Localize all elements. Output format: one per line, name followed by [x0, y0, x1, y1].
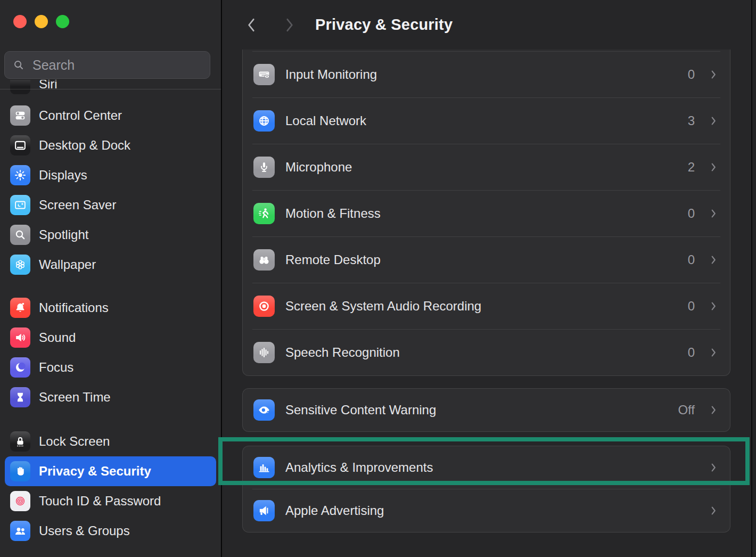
sidebar-item-privacy-security[interactable]: Privacy & Security	[5, 456, 216, 486]
megaphone-icon	[253, 500, 275, 521]
back-button[interactable]	[241, 13, 262, 37]
speaker-icon	[10, 327, 30, 348]
sidebar-group: Lock Screen Privacy & Security Touch ID …	[5, 427, 216, 546]
search-icon	[12, 59, 25, 71]
sun-icon	[10, 165, 30, 185]
sidebar-item-label: Desktop & Dock	[39, 138, 130, 153]
sidebar-group: Notifications Sound Focus Screen Time	[5, 293, 216, 412]
search-field[interactable]	[4, 51, 210, 79]
eye-warning-icon	[253, 399, 275, 421]
search-input[interactable]	[31, 57, 202, 73]
sidebar-item-touch-id-password[interactable]: Touch ID & Password	[5, 486, 216, 516]
settings-row-value: 0	[688, 345, 695, 360]
main-pane: Privacy & Security Input Monitoring0 Loc…	[222, 0, 756, 557]
screen-saver-icon	[10, 195, 30, 215]
microphone-icon	[253, 157, 275, 178]
runner-icon	[253, 203, 275, 224]
sidebar-item-focus[interactable]: Focus	[5, 353, 216, 382]
sidebar-item-label: Spotlight	[39, 227, 88, 242]
sidebar: Siri Control Center Desktop & Dock Displ…	[0, 0, 222, 557]
settings-row-label: Input Monitoring	[285, 67, 677, 82]
keyboard-icon	[253, 64, 275, 85]
zoom-button[interactable]	[56, 15, 69, 28]
sidebar-item-label: Users & Groups	[39, 523, 130, 538]
settings-row-value: 0	[688, 67, 695, 82]
magnifier-icon	[10, 225, 30, 245]
chevron-right-icon	[708, 115, 719, 127]
sidebar-scroll-divider	[0, 89, 221, 89]
desktop-dock-icon	[10, 135, 30, 155]
settings-row-local-network[interactable]: Local Network3	[243, 98, 730, 144]
settings-row-speech-recognition[interactable]: Speech Recognition0	[243, 330, 730, 375]
sidebar-group: Control Center Desktop & Dock Displays S…	[5, 101, 216, 280]
sidebar-item-label: Focus	[39, 360, 73, 375]
settings-row-value: 2	[688, 160, 695, 175]
sidebar-item-control-center[interactable]: Control Center	[5, 101, 216, 130]
sidebar-item-siri-clipped[interactable]: Siri	[5, 80, 216, 101]
sidebar-item-screen-time[interactable]: Screen Time	[5, 382, 216, 412]
settings-row-label: Sensitive Content Warning	[285, 403, 667, 417]
waveform-icon	[253, 342, 275, 363]
chevron-right-icon	[708, 462, 719, 473]
sidebar-item-label: Notifications	[39, 300, 109, 315]
settings-row-screen-system-audio-recording[interactable]: Screen & System Audio Recording0	[243, 283, 730, 329]
sidebar-item-lock-screen[interactable]: Lock Screen	[5, 427, 216, 456]
settings-row-label: Local Network	[285, 113, 677, 128]
sidebar-item-desktop-dock[interactable]: Desktop & Dock	[5, 130, 216, 160]
bar-chart-icon	[253, 457, 275, 478]
chevron-right-icon	[708, 208, 719, 219]
flower-icon	[10, 255, 30, 275]
globe-icon	[253, 110, 275, 132]
settings-row-label: Analytics & Improvements	[285, 460, 684, 475]
settings-row-analytics-improvements[interactable]: Analytics & Improvements	[243, 446, 730, 489]
sidebar-list: Control Center Desktop & Dock Displays S…	[5, 101, 216, 546]
sidebar-item-label: Control Center	[39, 108, 122, 123]
settings-row-sensitive-content-warning[interactable]: Sensitive Content WarningOff	[243, 389, 730, 431]
sidebar-item-label: Screen Time	[39, 390, 111, 405]
minimize-button[interactable]	[35, 15, 48, 28]
two-users-icon	[10, 521, 30, 541]
chevron-right-icon	[708, 404, 719, 416]
sidebar-item-label: Displays	[39, 168, 87, 183]
sidebar-item-notifications[interactable]: Notifications	[5, 293, 216, 323]
forward-button[interactable]	[278, 13, 300, 37]
settings-row-value: 3	[688, 113, 695, 128]
settings-row-label: Apple Advertising	[285, 503, 684, 518]
chevron-left-icon	[245, 17, 259, 33]
close-button[interactable]	[13, 15, 27, 28]
hand-icon	[10, 461, 30, 481]
settings-row-motion-fitness[interactable]: Motion & Fitness0	[243, 191, 730, 236]
binoculars-icon	[253, 249, 275, 271]
sidebar-item-label: Wallpaper	[39, 257, 96, 272]
lock-icon	[10, 431, 30, 452]
settings-group: Analytics & Improvements Apple Advertisi…	[242, 446, 730, 533]
sidebar-item-sound[interactable]: Sound	[5, 323, 216, 353]
bell-icon	[10, 298, 30, 318]
chevron-right-icon	[708, 505, 719, 517]
settings-row-remote-desktop[interactable]: Remote Desktop0	[243, 237, 730, 283]
sidebar-item-users-groups[interactable]: Users & Groups	[5, 516, 216, 546]
siri-icon	[10, 80, 30, 94]
settings-row-value: 0	[688, 206, 695, 221]
settings-row-label: Speech Recognition	[285, 345, 677, 360]
sidebar-item-displays[interactable]: Displays	[5, 160, 216, 190]
sidebar-item-spotlight[interactable]: Spotlight	[5, 220, 216, 250]
settings-row-value: 0	[688, 252, 695, 267]
sidebar-item-screen-saver[interactable]: Screen Saver	[5, 190, 216, 220]
chevron-right-icon	[708, 69, 719, 80]
settings-row-microphone[interactable]: Microphone2	[243, 144, 730, 190]
sidebar-item-label: Touch ID & Password	[39, 494, 161, 509]
settings-row-label: Motion & Fitness	[285, 206, 677, 221]
sidebar-item-label: Lock Screen	[39, 434, 110, 449]
screen-edge	[751, 0, 756, 557]
settings-row-value: 0	[688, 299, 695, 314]
fingerprint-icon	[10, 491, 30, 511]
page-title: Privacy & Security	[315, 16, 453, 34]
window-controls	[13, 15, 69, 28]
settings-row-input-monitoring[interactable]: Input Monitoring0	[243, 52, 730, 97]
sidebar-item-label: Sound	[39, 330, 76, 345]
sidebar-item-wallpaper[interactable]: Wallpaper	[5, 250, 216, 280]
settings-row-apple-advertising[interactable]: Apple Advertising	[243, 489, 730, 532]
sidebar-item-label: Screen Saver	[39, 198, 116, 212]
chevron-right-icon	[282, 17, 296, 33]
